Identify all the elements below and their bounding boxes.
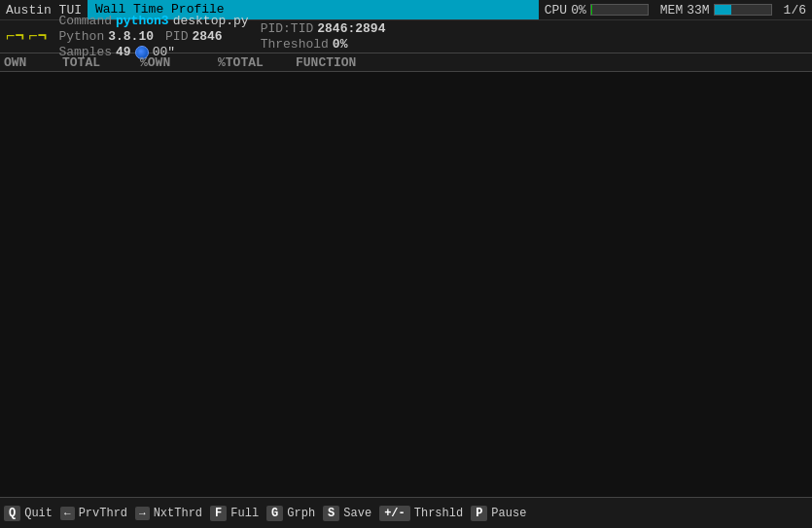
key-left-arrow[interactable]: ←	[60, 507, 75, 520]
mem-label: MEM	[660, 3, 683, 18]
label-quit: Quit	[20, 507, 56, 520]
col-function: FUNCTION	[296, 55, 808, 70]
pid-value: 2846	[192, 29, 222, 44]
python-row: Python 3.8.10 PID 2846	[58, 30, 248, 44]
key-f[interactable]: F	[210, 506, 227, 521]
key-prvthrd[interactable]: ← PrvThrd	[60, 507, 131, 520]
key-q[interactable]: Q	[4, 506, 20, 521]
key-pause[interactable]: P Pause	[471, 506, 530, 521]
cpu-section: CPU 0%	[539, 3, 654, 18]
label-full: Full	[227, 507, 263, 520]
threshold-row: Threshold 0%	[261, 38, 386, 52]
info-bar: ⌐¬ ⌐¬ Command python3 desktop.py Python …	[0, 19, 812, 53]
label-pause: Pause	[487, 507, 530, 520]
mem-section: MEM 33M	[654, 3, 778, 18]
threshold-value: 0%	[333, 37, 348, 52]
pid-tid-label: PID:TID	[261, 21, 314, 36]
pid-tid-value: 2846:2894	[317, 21, 385, 36]
python-label: Python	[58, 29, 104, 44]
mem-bar-fill	[715, 5, 731, 15]
label-save: Save	[339, 507, 375, 520]
label-grph: Grph	[283, 507, 319, 520]
command-label: Command	[58, 14, 112, 28]
label-thrshld: Thrshld	[410, 507, 467, 520]
column-headers: OWN TOTAL %OWN %TOTAL FUNCTION	[0, 53, 812, 72]
command-value: python3	[116, 14, 169, 28]
command-arg: desktop.py	[173, 14, 249, 28]
label-prvthrd: PrvThrd	[75, 507, 131, 520]
main-content	[0, 72, 812, 497]
python-version: 3.8.10	[108, 29, 154, 44]
label-nxtthrd: NxtThrd	[150, 507, 206, 520]
waveform-icon-1: ⌐¬	[6, 28, 24, 46]
mem-bar	[714, 4, 772, 16]
waveform-area: ⌐¬ ⌐¬	[0, 20, 53, 53]
info-right: PID:TID 2846:2894 Threshold 0%	[255, 20, 392, 53]
waveform-icon-2: ⌐¬	[28, 28, 47, 46]
col-pown: %OWN	[140, 55, 218, 70]
col-total: TOTAL	[62, 55, 140, 70]
key-quit[interactable]: Q Quit	[4, 506, 56, 521]
command-row: Command python3 desktop.py	[58, 15, 248, 28]
bottom-bar: Q Quit ← PrvThrd → NxtThrd F Full G Grph…	[0, 497, 812, 528]
pid-label: PID	[165, 29, 188, 44]
key-g[interactable]: G	[266, 506, 283, 521]
page-indicator: 1/6	[778, 3, 812, 18]
key-p[interactable]: P	[471, 506, 487, 521]
col-own: OWN	[4, 55, 62, 70]
pid-tid-row: PID:TID 2846:2894	[261, 22, 386, 36]
key-thrshld[interactable]: +/- Thrshld	[379, 506, 467, 521]
col-ptotal: %TOTAL	[218, 55, 296, 70]
cpu-bar-fill	[591, 5, 592, 15]
threshold-label: Threshold	[261, 37, 329, 52]
cpu-value: 0%	[571, 3, 586, 18]
key-s[interactable]: S	[323, 506, 339, 521]
key-save[interactable]: S Save	[323, 506, 375, 521]
cpu-label: CPU	[545, 3, 567, 18]
key-grph[interactable]: G Grph	[266, 506, 319, 521]
info-left: Command python3 desktop.py Python 3.8.10…	[53, 20, 254, 53]
key-right-arrow[interactable]: →	[135, 507, 150, 520]
key-full[interactable]: F Full	[210, 506, 263, 521]
key-nxtthrd[interactable]: → NxtThrd	[135, 507, 206, 520]
cpu-bar	[590, 4, 649, 16]
mem-value: 33M	[687, 3, 709, 18]
key-plusminus[interactable]: +/-	[379, 506, 410, 521]
